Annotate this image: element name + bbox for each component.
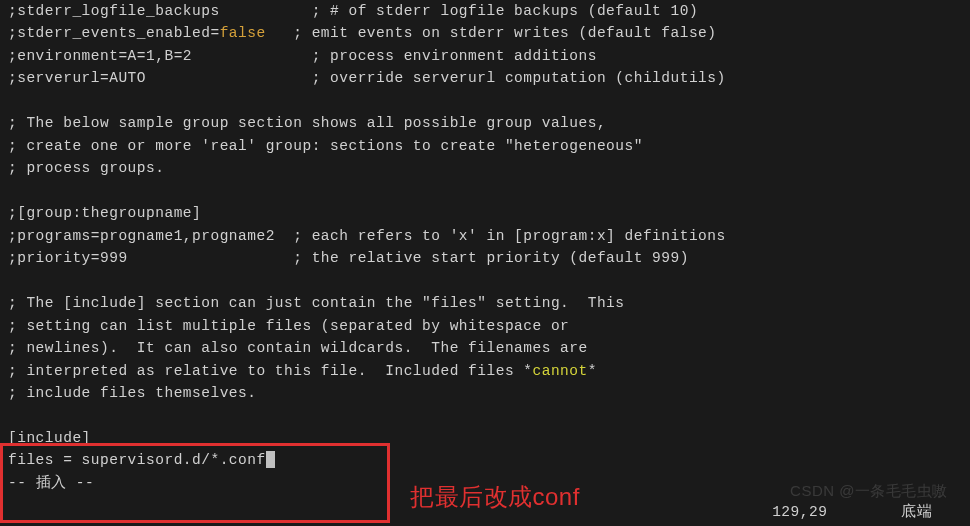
code-line: ; The below sample group section shows a… bbox=[8, 112, 962, 134]
text-segment: ;environment=A=1,B=2 ; process environme… bbox=[8, 48, 597, 64]
code-line: ; newlines). It can also contain wildcar… bbox=[8, 337, 962, 359]
code-line bbox=[8, 404, 962, 426]
text-segment: ; newlines). It can also contain wildcar… bbox=[8, 340, 588, 356]
terminal-content[interactable]: ;stderr_logfile_backups ; # of stderr lo… bbox=[0, 0, 970, 494]
code-line bbox=[8, 90, 962, 112]
text-segment: ;priority=999 ; the relative start prior… bbox=[8, 250, 689, 266]
text-segment: ;stderr_logfile_backups ; # of stderr lo… bbox=[8, 3, 698, 19]
cursor bbox=[266, 451, 275, 468]
text-segment: ;serverurl=AUTO ; override serverurl com… bbox=[8, 70, 726, 86]
code-line bbox=[8, 180, 962, 202]
annotation-text: 把最后改成conf bbox=[410, 478, 580, 515]
code-line: ;programs=progname1,progname2 ; each ref… bbox=[8, 225, 962, 247]
text-segment: ; interpreted as relative to this file. … bbox=[8, 363, 532, 379]
text-segment: ; include files themselves. bbox=[8, 385, 256, 401]
code-line bbox=[8, 270, 962, 292]
scroll-location: 底端 bbox=[901, 504, 932, 520]
vim-status-right: 129,29 底端 bbox=[754, 478, 932, 523]
code-line: ;stderr_logfile_backups ; # of stderr lo… bbox=[8, 0, 962, 22]
text-segment bbox=[8, 407, 17, 423]
text-segment: ; The below sample group section shows a… bbox=[8, 115, 606, 131]
code-line: files = supervisord.d/*.conf bbox=[8, 449, 962, 471]
code-line: ;stderr_events_enabled=false ; emit even… bbox=[8, 22, 962, 44]
text-segment bbox=[8, 273, 17, 289]
code-line: [include] bbox=[8, 427, 962, 449]
text-segment: files = supervisord.d/*.conf bbox=[8, 452, 266, 468]
code-line: ; include files themselves. bbox=[8, 382, 962, 404]
text-segment: ; process groups. bbox=[8, 160, 164, 176]
code-line: ; create one or more 'real' group: secti… bbox=[8, 135, 962, 157]
cursor-position: 129,29 bbox=[772, 504, 827, 520]
text-segment: ;[group:thegroupname] bbox=[8, 205, 201, 221]
text-segment: ; emit events on stderr writes (default … bbox=[266, 25, 717, 41]
code-line: ; The [include] section can just contain… bbox=[8, 292, 962, 314]
text-segment: [include] bbox=[8, 430, 91, 446]
keyword-false: false bbox=[220, 25, 266, 41]
code-line: ; interpreted as relative to this file. … bbox=[8, 360, 962, 382]
code-line: ;[group:thegroupname] bbox=[8, 202, 962, 224]
code-line: ;serverurl=AUTO ; override serverurl com… bbox=[8, 67, 962, 89]
text-segment bbox=[8, 93, 17, 109]
text-segment bbox=[8, 183, 17, 199]
text-segment: * bbox=[588, 363, 597, 379]
code-line: ;priority=999 ; the relative start prior… bbox=[8, 247, 962, 269]
text-segment: ; The [include] section can just contain… bbox=[8, 295, 625, 311]
text-segment: ;programs=progname1,progname2 ; each ref… bbox=[8, 228, 726, 244]
code-line: ; process groups. bbox=[8, 157, 962, 179]
code-line: ;environment=A=1,B=2 ; process environme… bbox=[8, 45, 962, 67]
text-segment: ;stderr_events_enabled= bbox=[8, 25, 220, 41]
code-line: ; setting can list multiple files (separ… bbox=[8, 315, 962, 337]
text-segment: ; create one or more 'real' group: secti… bbox=[8, 138, 643, 154]
text-segment: ; setting can list multiple files (separ… bbox=[8, 318, 569, 334]
text-segment: -- 插入 -- bbox=[8, 475, 94, 491]
keyword-cannot: cannot bbox=[532, 363, 587, 379]
